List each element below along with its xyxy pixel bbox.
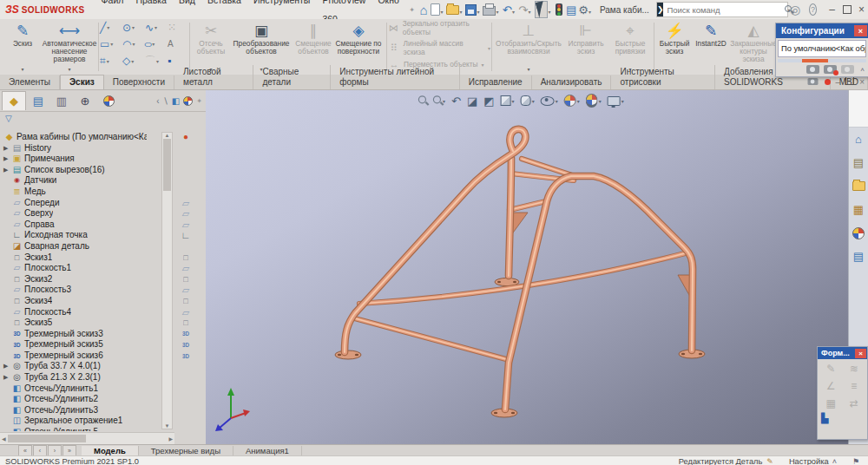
tree-item[interactable]: ▱ Справа ▱ [0, 219, 206, 231]
record-icon[interactable] [825, 79, 831, 85]
format-tool-icon[interactable]: ≋ [845, 363, 865, 375]
home-icon[interactable]: ⌂ [418, 2, 429, 17]
main-hoop-tube[interactable] [345, 129, 693, 409]
format-tool-icon[interactable]: ≡ [845, 380, 865, 392]
tree-item[interactable]: ▶ ◎ Труба 33.7 X 4.0(1) [0, 361, 206, 372]
command-tab[interactable]: Исправление [460, 75, 532, 89]
zoom-to-fit-icon[interactable] [418, 96, 427, 105]
smart-dimension-button[interactable]: ⟷ Автоматическое нанесение размеров ▾ [44, 20, 95, 74]
zoom-to-area-icon[interactable]: ▾ [433, 96, 445, 105]
configurations-close-icon[interactable]: × [854, 25, 867, 36]
camera-icon[interactable] [807, 78, 818, 85]
new-document-icon[interactable] [431, 2, 441, 17]
hide-show-items-icon[interactable]: ▾ [541, 96, 558, 106]
spline-tool-icon[interactable]: ∿▾ [145, 22, 166, 34]
tree-item[interactable]: □ Эскиз2 □ [0, 274, 206, 285]
record-camera-icon[interactable] [824, 65, 837, 74]
line-tool-icon[interactable]: ╱▾ [100, 22, 121, 34]
home-tab-icon[interactable]: ⌂ [849, 128, 868, 151]
expand-arrow-icon[interactable]: ▶ [3, 372, 11, 383]
tree-item[interactable]: ∟ Исходная точка ∟ [0, 230, 206, 241]
tab-propertymanager-icon[interactable]: ▤ [27, 92, 49, 110]
tab-configurationmanager-icon[interactable]: ▥ [50, 92, 73, 110]
pencil-slash-icon[interactable]: ∖ [162, 96, 168, 106]
configuration-dropdown[interactable]: По умолчанию<Как обр ⌄ [778, 40, 866, 57]
doc-close-icon[interactable]: × [859, 77, 865, 87]
tree-item[interactable]: ◪ Сварная деталь [0, 241, 206, 252]
display-pane-cube-icon[interactable]: ◧ [172, 96, 180, 106]
mirror-entities-button[interactable]: ⋈ Зеркально отразить объекты [388, 19, 490, 36]
tree-item[interactable]: ▱ Плоскость4 ▱ [0, 307, 206, 318]
view-orientation-icon[interactable]: ▾ [501, 95, 515, 106]
configurations-header[interactable]: Конфигурации × [776, 23, 868, 38]
format-tool-icon[interactable]: ▦ [821, 397, 841, 409]
graphics-viewport[interactable]: ▾ ↶ ◪ ◩ ▾ ▾ ▾ ▾ ▾ ▾ [206, 90, 849, 444]
collapse-pane-icon[interactable]: ‹ [156, 96, 159, 106]
snapshot-camera-icon[interactable] [806, 65, 819, 74]
view-settings-icon[interactable]: ▾ [608, 96, 624, 106]
expand-arrow-icon[interactable]: ▶ [3, 143, 11, 154]
open-icon[interactable] [446, 2, 459, 17]
linear-pattern-button[interactable]: ⠿ Линейный массив эскиза▾ [388, 39, 490, 56]
tree-item[interactable]: ▱ Спереди ▱ [0, 198, 206, 209]
tab-dimxpert-icon[interactable]: ⊕ [74, 92, 96, 110]
tree-item[interactable]: □ Эскиз5 □ [0, 318, 206, 329]
customize-label[interactable]: Настройка [789, 457, 829, 465]
command-tab[interactable]: Анализировать [532, 75, 612, 89]
tree-item[interactable]: 3D Трехмерный эскиз5 3D [0, 339, 206, 350]
pattern-dots-icon[interactable]: ⁙ [168, 22, 188, 34]
tree-vertical-scrollbar[interactable]: ▲ ▼ [161, 132, 173, 429]
section-view-icon[interactable]: ◪ [467, 95, 477, 108]
tree-item[interactable]: □ Эскиз4 □ [0, 296, 206, 307]
scroll-thumb[interactable] [163, 139, 171, 191]
display-settings-icon[interactable]: ▤ [566, 2, 576, 17]
tree-horizontal-scrollbar[interactable]: ◀ ▶ [0, 432, 174, 444]
roll-cage-model[interactable] [206, 90, 849, 444]
tree-item[interactable]: ▱ Сверху ▱ [0, 208, 206, 219]
view-palette-icon[interactable]: ▦ [849, 198, 868, 221]
text-tool-icon[interactable]: A [168, 39, 188, 49]
pin-menu-icon[interactable]: ✦ [407, 2, 418, 17]
rectangle-tool-icon[interactable]: ▭▾ [100, 38, 121, 50]
tree-item[interactable]: ≣ Медь [0, 187, 206, 198]
tag-icon[interactable]: ⚑ [852, 457, 859, 465]
expand-arrow-icon[interactable]: ▶ [3, 361, 11, 372]
polygon-tool-icon[interactable]: ◇▾ [122, 55, 143, 67]
document-tab[interactable]: Трехмерные виды [139, 446, 233, 456]
minimize-icon[interactable]: – [825, 1, 838, 18]
appearances-scenes-icon[interactable] [849, 221, 868, 245]
options-gear-icon[interactable]: ⚙ [578, 2, 589, 17]
format-tool-icon[interactable]: ∠ [821, 380, 841, 392]
rebuild-icon[interactable] [554, 2, 564, 17]
tree-item[interactable]: ▱ Плоскость3 ▱ [0, 285, 206, 296]
save-icon[interactable] [465, 2, 477, 17]
expand-arrow-icon[interactable]: ▶ [3, 165, 11, 176]
tree-item[interactable]: 3D Трехмерный эскиз6 3D [0, 350, 206, 362]
command-tab[interactable]: Листовой металл [174, 65, 253, 89]
tab-featuremanager-part-icon[interactable]: ◆ [2, 91, 26, 110]
custom-properties-icon[interactable]: ▤ [849, 245, 868, 268]
configuration-scrollbar[interactable] [778, 59, 866, 62]
help-icon[interactable]: ? [809, 3, 817, 16]
tree-item[interactable]: ▶ ▤ History [0, 143, 206, 154]
previous-view-icon[interactable]: ↶ [451, 95, 461, 108]
file-explorer-icon[interactable] [849, 174, 868, 198]
tree-item[interactable]: ▱ Плоскость1 ▱ [0, 263, 206, 274]
view-names-icon[interactable]: ◩ [483, 95, 494, 108]
sketch-button[interactable]: ✎ Эскиз ▾ [3, 20, 43, 74]
collapse-chevron-icon[interactable]: ˄ [860, 66, 865, 74]
repair-sketch-button[interactable]: ⊩ Исправить эскиз [563, 20, 608, 74]
format-panel-header[interactable]: Форм... × [818, 347, 867, 359]
tree-item[interactable]: ▶ ◎ Труба 21.3 X 2.3(1) [0, 372, 206, 383]
fillet-tool-icon[interactable]: ⌒▾ [145, 54, 166, 69]
circle-tool-icon[interactable]: ⊙▾ [122, 22, 143, 34]
scroll-left-icon[interactable]: ◀ [2, 436, 6, 442]
command-tab[interactable]: Инструменты литейной формы [331, 65, 460, 89]
select-tool-button[interactable] [535, 1, 549, 18]
tree-item[interactable]: ◧ Отсечь/Удлинить5 [0, 427, 206, 431]
restore-icon[interactable] [840, 1, 853, 18]
document-tab[interactable]: Анимация1 [233, 446, 302, 456]
scroll-thumb[interactable] [8, 435, 86, 442]
scroll-down-icon[interactable]: ▼ [165, 423, 170, 429]
command-tab[interactable]: Эскиз [60, 75, 104, 89]
